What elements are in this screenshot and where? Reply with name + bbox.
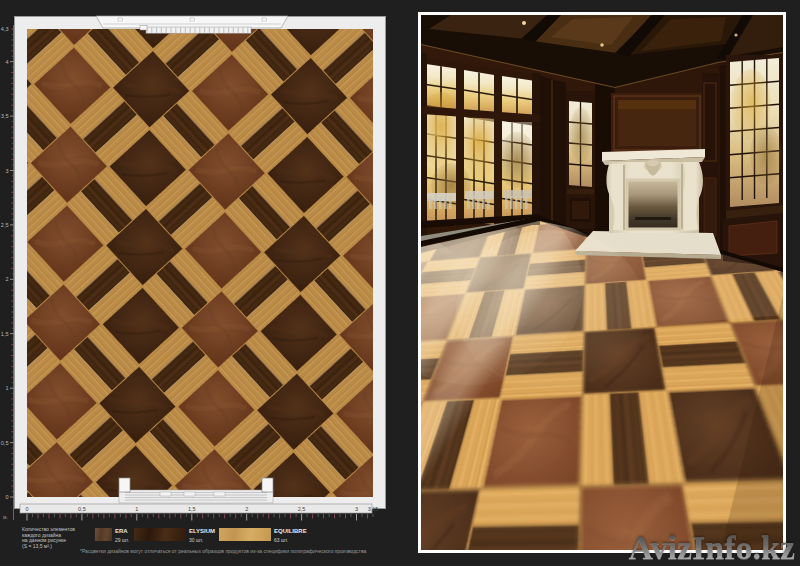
svg-text:1,5: 1,5 [1, 331, 9, 337]
svg-text:2: 2 [245, 506, 248, 512]
svg-text:м.: м. [3, 514, 8, 520]
svg-text:3,15: 3,15 [368, 506, 379, 512]
svg-text:2,5: 2,5 [1, 222, 9, 228]
svg-text:3: 3 [355, 506, 358, 512]
svg-text:1: 1 [5, 385, 8, 391]
svg-text:1: 1 [135, 506, 138, 512]
svg-text:3,5: 3,5 [1, 113, 9, 119]
svg-text:0,5: 0,5 [1, 440, 9, 446]
svg-text:0,5: 0,5 [78, 506, 86, 512]
svg-text:0: 0 [25, 506, 28, 512]
svg-text:2,5: 2,5 [298, 506, 306, 512]
svg-text:0: 0 [5, 494, 8, 500]
svg-text:3: 3 [5, 168, 8, 174]
svg-text:2: 2 [5, 276, 8, 282]
svg-text:1,5: 1,5 [188, 506, 196, 512]
svg-text:4: 4 [5, 59, 8, 65]
svg-text:4,3: 4,3 [1, 26, 9, 32]
